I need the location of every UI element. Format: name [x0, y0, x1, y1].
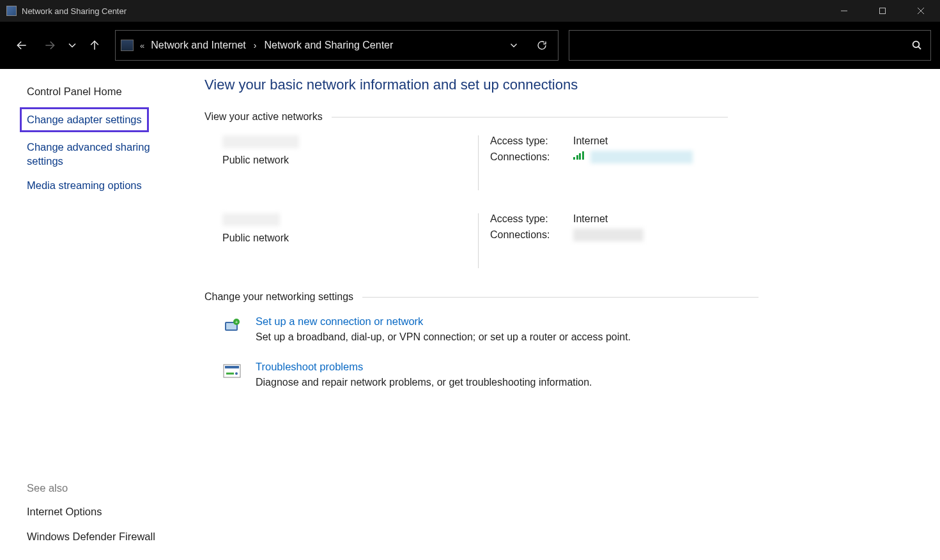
- network-name-redacted: [222, 213, 280, 226]
- sidebar-link-advanced-sharing[interactable]: Change advanced sharing settings: [27, 140, 174, 169]
- active-networks-heading: View your active networks: [204, 111, 921, 123]
- chevron-right-icon[interactable]: ›: [252, 40, 258, 50]
- breadcrumb-parent[interactable]: Network and Internet: [151, 40, 246, 51]
- wifi-signal-icon: [573, 151, 584, 160]
- location-icon: [121, 40, 134, 51]
- troubleshoot-desc: Diagnose and repair network problems, or…: [256, 377, 592, 388]
- change-settings-heading: Change your networking settings: [204, 291, 921, 303]
- sidebar-link-home[interactable]: Control Panel Home: [27, 84, 174, 98]
- access-type-value: Internet: [573, 213, 608, 225]
- access-type-label: Access type:: [490, 213, 573, 225]
- network-name-redacted: [222, 135, 299, 148]
- see-also-internet-options[interactable]: Internet Options: [27, 504, 174, 518]
- close-button[interactable]: [902, 0, 940, 22]
- svg-text:+: +: [235, 319, 238, 325]
- change-settings-label: Change your networking settings: [204, 291, 353, 303]
- setup-connection-desc: Set up a broadband, dial-up, or VPN conn…: [256, 331, 631, 343]
- svg-point-7: [913, 42, 920, 48]
- sidebar-link-media-streaming[interactable]: Media streaming options: [27, 178, 174, 192]
- search-box[interactable]: [569, 30, 931, 61]
- svg-line-8: [918, 47, 921, 49]
- see-also-heading: See also: [27, 482, 174, 494]
- main-panel: View your basic network information and …: [193, 69, 940, 560]
- troubleshoot-link[interactable]: Troubleshoot problems: [256, 361, 592, 373]
- page-title: View your basic network information and …: [204, 77, 921, 93]
- network-type: Public network: [222, 155, 478, 166]
- minimize-button[interactable]: [825, 0, 863, 22]
- forward-button[interactable]: [37, 33, 63, 58]
- up-button[interactable]: [82, 33, 107, 58]
- svg-rect-14: [225, 366, 239, 368]
- control-panel-icon: [6, 6, 17, 16]
- access-type-value: Internet: [573, 135, 608, 147]
- refresh-button[interactable]: [531, 34, 553, 56]
- svg-point-16: [235, 372, 238, 375]
- setup-connection-link[interactable]: Set up a new connection or network: [256, 315, 631, 328]
- connections-value[interactable]: [573, 229, 643, 241]
- svg-rect-1: [880, 8, 886, 14]
- network-type: Public network: [222, 232, 478, 244]
- sidebar-link-change-adapter[interactable]: Change adapter settings: [20, 107, 149, 132]
- search-icon[interactable]: [911, 40, 923, 51]
- divider: [362, 297, 759, 298]
- navigation-bar: « Network and Internet › Network and Sha…: [0, 22, 940, 69]
- connections-label: Connections:: [490, 229, 573, 241]
- active-networks-label: View your active networks: [204, 111, 323, 123]
- back-button[interactable]: [9, 33, 35, 58]
- connections-value[interactable]: [573, 151, 693, 163]
- setting-row-troubleshoot: Troubleshoot problems Diagnose and repai…: [222, 361, 921, 388]
- window-title: Network and Sharing Center: [22, 6, 127, 16]
- titlebar: Network and Sharing Center: [0, 0, 940, 22]
- active-network-row: Public network Access type: Internet Con…: [222, 135, 921, 190]
- connections-label: Connections:: [490, 151, 573, 163]
- address-bar[interactable]: « Network and Internet › Network and Sha…: [115, 30, 559, 61]
- history-dropdown-button[interactable]: [65, 33, 79, 58]
- path-overflow-icon[interactable]: «: [140, 41, 144, 50]
- connection-name-redacted: [573, 229, 643, 241]
- active-network-row: Public network Access type: Internet Con…: [222, 213, 921, 268]
- sidebar: Control Panel Home Change adapter settin…: [0, 69, 193, 560]
- connection-name-redacted: [590, 151, 693, 163]
- search-input[interactable]: [577, 40, 911, 51]
- access-type-label: Access type:: [490, 135, 573, 147]
- divider: [332, 117, 728, 117]
- see-also-defender-firewall[interactable]: Windows Defender Firewall: [27, 529, 174, 543]
- setup-connection-icon: +: [222, 317, 243, 335]
- breadcrumb-current[interactable]: Network and Sharing Center: [264, 40, 393, 51]
- setting-row-setup-connection: + Set up a new connection or network Set…: [222, 315, 921, 343]
- address-dropdown-button[interactable]: [503, 34, 525, 56]
- maximize-button[interactable]: [863, 0, 902, 22]
- troubleshoot-icon: [222, 362, 243, 380]
